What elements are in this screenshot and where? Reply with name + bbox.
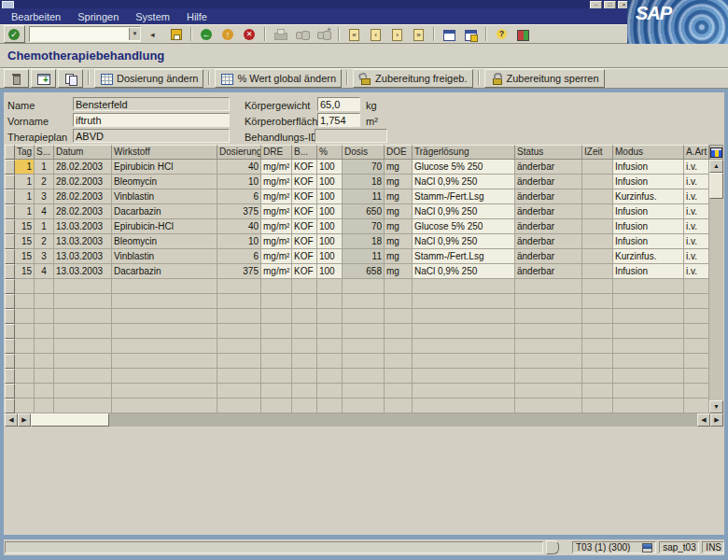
cell-status[interactable]: änderbar [515,234,582,249]
name-field[interactable] [73,97,230,111]
cell-b[interactable]: KOF [292,219,317,234]
empty-cell[interactable] [413,309,515,324]
back-button[interactable] [197,26,217,42]
new-session-button[interactable] [440,26,459,42]
menu-item-2[interactable]: System [135,11,170,22]
empty-cell[interactable] [684,399,709,413]
cell-aart[interactable]: i.v. [684,204,709,219]
empty-cell[interactable] [35,354,54,369]
cell-pct[interactable]: 100 [317,219,343,234]
empty-cell[interactable] [54,324,112,339]
scroll-left-button-right[interactable]: ◀ [697,413,710,427]
empty-cell[interactable] [684,294,709,309]
cell-doe[interactable]: mg [385,234,413,249]
row-selector[interactable] [5,264,15,279]
empty-cell[interactable] [217,309,261,324]
row-selector[interactable] [5,339,15,354]
horizontal-scrollbar[interactable]: ◀ ▶ ◀ ▶ [5,413,723,427]
cell-b[interactable]: KOF [292,189,317,204]
cancel-button[interactable] [240,26,259,42]
menu-item-3[interactable]: Hilfe [187,11,207,22]
cell-tag[interactable]: 15 [15,249,35,264]
save-button[interactable] [166,26,186,42]
empty-cell[interactable] [515,369,582,384]
empty-cell[interactable] [54,339,112,354]
empty-cell[interactable] [217,399,261,413]
find-button[interactable] [292,26,312,42]
cell-b[interactable]: KOF [292,204,317,219]
empty-cell[interactable] [582,384,613,399]
empty-cell[interactable] [684,384,709,399]
empty-cell[interactable] [112,324,217,339]
cell-traeger[interactable]: NaCl 0,9% 250 [413,204,515,219]
previous-page-button[interactable] [366,26,385,42]
cell-pct[interactable]: 100 [317,234,343,249]
cell-b[interactable]: KOF [292,234,317,249]
empty-cell[interactable] [582,369,613,384]
cell-modus[interactable]: Infusion [613,204,684,219]
column-header-datum[interactable]: Datum [54,145,112,160]
cell-modus[interactable]: Infusion [613,234,684,249]
command-dropdown-icon[interactable]: ▼ [129,28,140,40]
prozent-wert-global-aendern-button[interactable]: % Wert global ändern [215,69,342,88]
empty-cell[interactable] [15,384,35,399]
cell-tag[interactable]: 15 [15,264,35,279]
horizontal-scroll-track[interactable] [109,413,697,427]
create-shortcut-button[interactable] [461,26,481,42]
enter-button[interactable] [4,25,25,43]
column-header-traeger[interactable]: Trägerlösung [413,145,515,160]
empty-cell[interactable] [684,324,709,339]
scroll-left-button[interactable]: ◀ [5,413,18,427]
cell-doe[interactable]: mg [385,204,413,219]
cell-s[interactable]: 1 [35,219,54,234]
cell-doe[interactable]: mg [385,219,413,234]
server-icon[interactable] [642,543,652,553]
cell-doe[interactable]: mg [385,189,413,204]
empty-cell[interactable] [217,354,261,369]
empty-cell[interactable] [15,339,35,354]
cell-wirkstoff[interactable]: Epirubicin-HCl [112,219,217,234]
koerpergewicht-field[interactable] [317,97,360,111]
command-field[interactable]: ▼ [29,26,141,42]
cell-dosis[interactable]: 18 [343,234,385,249]
cell-wirkstoff[interactable]: Bleomycin [112,234,217,249]
empty-cell[interactable] [317,294,343,309]
empty-cell[interactable] [343,324,385,339]
empty-cell[interactable] [112,279,217,294]
empty-cell[interactable] [217,369,261,384]
vertical-scrollbar[interactable]: ▲ ▼ [709,145,723,413]
empty-cell[interactable] [385,354,413,369]
empty-cell[interactable] [317,384,343,399]
empty-cell[interactable] [343,369,385,384]
empty-cell[interactable] [385,309,413,324]
empty-cell[interactable] [413,354,515,369]
cell-aart[interactable]: i.v. [684,234,709,249]
cell-dosierung[interactable]: 40 [217,219,261,234]
empty-cell[interactable] [112,369,217,384]
copy-row-button[interactable] [58,69,83,88]
cell-datum[interactable]: 13.03.2003 [54,234,112,249]
cell-doe[interactable]: mg [385,175,413,189]
cell-aart[interactable]: i.v. [684,160,709,175]
cell-dre[interactable]: mg/m² [261,249,292,264]
cell-izeit[interactable] [582,234,613,249]
cell-dosis[interactable]: 18 [343,175,385,189]
cell-dosierung[interactable]: 40 [217,160,261,175]
empty-cell[interactable] [292,399,317,413]
empty-cell[interactable] [385,324,413,339]
cell-izeit[interactable] [582,264,613,279]
row-selector[interactable] [5,399,15,413]
insert-row-button[interactable] [31,69,56,88]
row-selector[interactable] [5,354,15,369]
cell-datum[interactable]: 28.02.2003 [54,160,112,175]
cell-izeit[interactable] [582,189,613,204]
dosierung-aendern-button[interactable]: Dosierung ändern [94,69,203,88]
cell-status[interactable]: änderbar [515,189,582,204]
empty-cell[interactable] [317,369,343,384]
empty-cell[interactable] [613,399,684,413]
cell-dosierung[interactable]: 375 [217,264,261,279]
empty-cell[interactable] [317,309,343,324]
command-input[interactable] [30,28,129,41]
cell-tag[interactable]: 1 [15,189,35,204]
cell-doe[interactable]: mg [385,160,413,175]
